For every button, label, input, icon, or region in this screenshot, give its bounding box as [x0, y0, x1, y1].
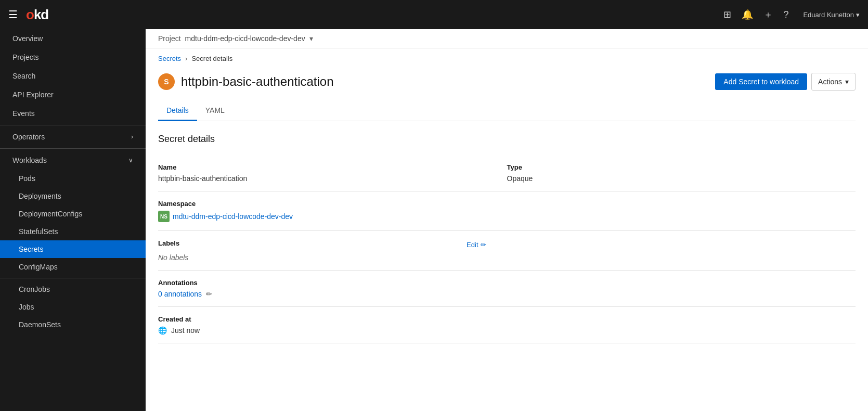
breadcrumb-current: Secret details: [191, 55, 232, 62]
sidebar-item-search[interactable]: Search: [0, 67, 146, 85]
labels-edit-link[interactable]: Edit ✏: [467, 241, 486, 249]
bell-icon[interactable]: 🔔: [742, 9, 753, 20]
actions-chevron-icon: ▾: [845, 78, 849, 86]
actions-button[interactable]: Actions ▾: [811, 73, 856, 91]
field-labels-spacer: [507, 231, 856, 271]
field-type-spacer: [507, 191, 856, 231]
field-type-value: Opaque: [507, 174, 856, 183]
field-annotations: Annotations 0 annotations ✏: [158, 271, 856, 307]
labels-field-header: Labels Edit ✏: [158, 239, 486, 250]
field-annotations-label: Annotations: [158, 279, 835, 287]
main-content: Secrets › Secret details S httpbin-basic…: [146, 48, 868, 411]
field-namespace-label: Namespace: [158, 200, 486, 208]
sidebar-divider-1: [0, 125, 146, 125]
globe-icon: 🌐: [158, 326, 167, 335]
project-name: mdtu-ddm-edp-cicd-lowcode-dev-dev: [185, 34, 305, 43]
sidebar-divider-3: [0, 278, 146, 278]
section-title: Secret details: [158, 134, 856, 145]
page-header: S httpbin-basic-authentication Add Secre…: [158, 67, 856, 101]
namespace-icon: NS: [158, 211, 170, 222]
tabs: Details YAML: [158, 101, 856, 121]
sidebar-item-configmaps[interactable]: ConfigMaps: [0, 258, 146, 276]
sidebar-item-projects[interactable]: Projects: [0, 48, 146, 67]
page-title-area: S httpbin-basic-authentication: [158, 73, 334, 90]
sidebar-item-overview[interactable]: Overview: [0, 29, 146, 48]
sidebar: Overview Projects Search API Explorer Ev…: [0, 29, 146, 411]
hamburger-icon[interactable]: ☰: [8, 8, 18, 21]
logo-text: okd: [26, 7, 48, 23]
sidebar-section-workloads[interactable]: Workloads ∨: [0, 151, 146, 170]
plus-icon[interactable]: ＋: [763, 8, 773, 21]
sidebar-item-statefulsets[interactable]: StatefulSets: [0, 223, 146, 240]
secret-type-icon: S: [158, 73, 175, 90]
sidebar-item-api-explorer[interactable]: API Explorer: [0, 85, 146, 104]
sidebar-divider-2: [0, 148, 146, 149]
sidebar-item-secrets[interactable]: Secrets: [0, 240, 146, 258]
field-name-label: Name: [158, 163, 486, 171]
field-namespace: Namespace NS mdtu-ddm-edp-cicd-lowcode-d…: [158, 191, 507, 231]
field-created-label: Created at: [158, 315, 856, 323]
sidebar-item-pods[interactable]: Pods: [0, 170, 146, 187]
field-labels-value: No labels: [158, 253, 486, 262]
field-name-value: httpbin-basic-authentication: [158, 174, 486, 183]
user-chevron-icon: ▾: [856, 11, 860, 19]
tab-details[interactable]: Details: [158, 101, 197, 121]
topnav-icons: ⊞ 🔔 ＋ ? Eduard Kunetton ▾: [723, 8, 860, 21]
tab-yaml[interactable]: YAML: [197, 101, 233, 121]
sidebar-item-events[interactable]: Events: [0, 104, 146, 123]
field-labels: Labels Edit ✏ No labels: [158, 231, 507, 271]
page-title: httpbin-basic-authentication: [181, 74, 334, 89]
field-name: Name httpbin-basic-authentication: [158, 155, 507, 191]
workloads-chevron-icon: ∨: [128, 157, 133, 164]
logo-o: o: [26, 7, 34, 22]
field-namespace-value: NS mdtu-ddm-edp-cicd-lowcode-dev-dev: [158, 211, 486, 222]
sidebar-section-operators[interactable]: Operators ›: [0, 127, 146, 146]
breadcrumb: Secrets › Secret details: [158, 48, 856, 67]
detail-grid: Name httpbin-basic-authentication Type O…: [158, 155, 856, 343]
field-type: Type Opaque: [507, 155, 856, 191]
sidebar-item-cronjobs[interactable]: CronJobs: [0, 280, 146, 298]
add-secret-to-workload-button[interactable]: Add Secret to workload: [715, 73, 807, 90]
namespace-link[interactable]: mdtu-ddm-edp-cicd-lowcode-dev-dev: [173, 212, 293, 221]
project-bar: Project mdtu-ddm-edp-cicd-lowcode-dev-de…: [146, 29, 868, 48]
sidebar-item-deployments[interactable]: Deployments: [0, 187, 146, 205]
content-area: Project mdtu-ddm-edp-cicd-lowcode-dev-de…: [146, 29, 868, 411]
annotations-edit-icon: ✏: [206, 290, 212, 298]
project-label: Project: [158, 34, 181, 43]
annotations-link[interactable]: 0 annotations ✏: [158, 290, 835, 298]
sidebar-item-deploymentconfigs[interactable]: DeploymentConfigs: [0, 205, 146, 223]
user-name: Eduard Kunetton: [803, 11, 854, 19]
grid-icon[interactable]: ⊞: [723, 9, 731, 20]
help-icon[interactable]: ?: [783, 9, 788, 20]
field-created: Created at 🌐 Just now: [158, 307, 856, 343]
topnav: ☰ okd ⊞ 🔔 ＋ ? Eduard Kunetton ▾: [0, 0, 868, 29]
breadcrumb-secrets-link[interactable]: Secrets: [158, 55, 181, 62]
sidebar-item-jobs[interactable]: Jobs: [0, 298, 146, 316]
field-created-value: 🌐 Just now: [158, 326, 856, 335]
field-type-label: Type: [507, 163, 856, 171]
user-menu[interactable]: Eduard Kunetton ▾: [803, 11, 860, 19]
operators-chevron-icon: ›: [131, 133, 133, 140]
sidebar-item-daemonsets[interactable]: DaemonSets: [0, 316, 146, 333]
project-dropdown-icon[interactable]: ▾: [309, 34, 313, 43]
logo: okd: [26, 7, 48, 23]
labels-edit-icon: ✏: [481, 241, 486, 249]
breadcrumb-separator: ›: [185, 55, 187, 62]
main-layout: Overview Projects Search API Explorer Ev…: [0, 29, 868, 411]
page-actions: Add Secret to workload Actions ▾: [715, 73, 856, 91]
field-labels-label: Labels: [158, 239, 179, 247]
